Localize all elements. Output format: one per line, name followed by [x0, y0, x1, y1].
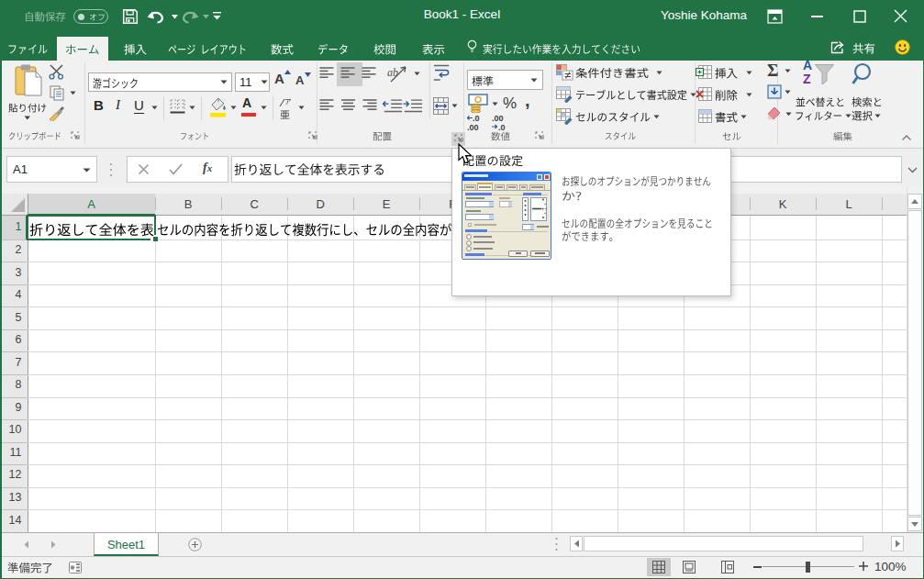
svg-text:.00: .00 [492, 114, 504, 123]
svg-text:.00: .00 [467, 123, 479, 132]
svg-text:.0: .0 [498, 123, 506, 132]
svg-text:ab: ab [387, 66, 398, 79]
svg-text:.0: .0 [473, 114, 480, 123]
